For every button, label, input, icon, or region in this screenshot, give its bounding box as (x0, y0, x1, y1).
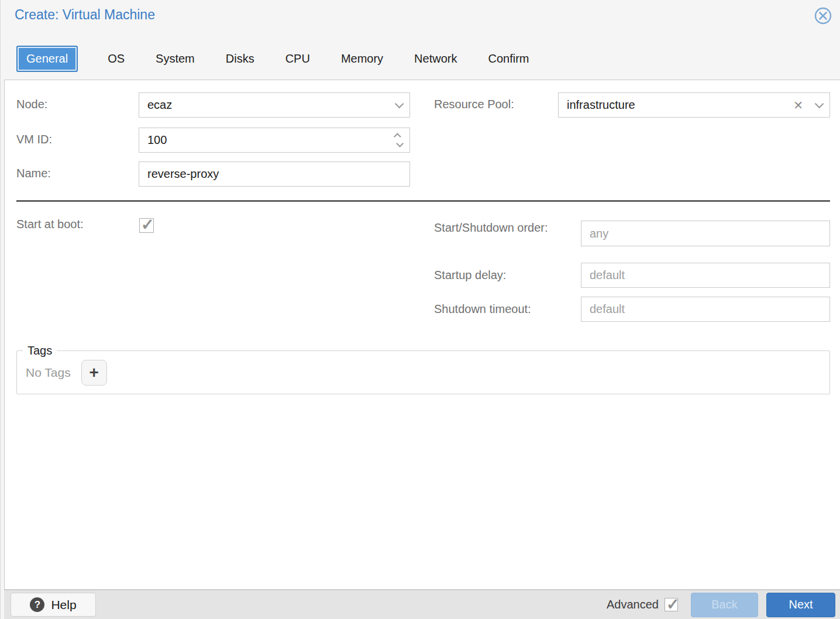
chevron-down-icon[interactable] (815, 99, 824, 109)
dialog-title: Create: Virtual Machine (15, 7, 155, 23)
shutdown-timeout-label: Shutdown timeout: (434, 302, 531, 316)
resource-pool-combobox[interactable]: infrastructure ✕ (558, 92, 830, 118)
advanced-checkbox[interactable] (665, 598, 678, 611)
vm-id-spinner-field[interactable]: 100 (139, 128, 410, 153)
question-mark-icon: ? (30, 597, 44, 612)
tab-memory[interactable]: Memory (340, 46, 384, 71)
name-input[interactable]: reverse-proxy (139, 161, 410, 187)
wizard-tabbar: General OS System Disks CPU Memory Netwo… (16, 46, 530, 72)
node-combobox[interactable]: ecaz (139, 92, 410, 118)
node-value: ecaz (147, 98, 395, 112)
startup-delay-placeholder: default (590, 269, 821, 282)
spinner-control (396, 133, 401, 147)
node-label: Node: (16, 98, 47, 111)
tab-network[interactable]: Network (413, 46, 458, 71)
footer-actions: Advanced Back Next (607, 593, 835, 617)
spinner-down-icon[interactable] (396, 140, 404, 147)
tags-fieldset: Tags No Tags + (16, 344, 830, 394)
shutdown-timeout-placeholder: default (590, 302, 821, 316)
resource-pool-label: Resource Pool: (434, 98, 514, 111)
startup-delay-input[interactable]: default (581, 263, 830, 288)
name-value: reverse-proxy (147, 167, 401, 181)
tab-general[interactable]: General (16, 46, 78, 72)
start-at-boot-label: Start at boot: (16, 218, 84, 231)
start-shutdown-order-input[interactable]: any (581, 221, 830, 246)
name-label: Name: (16, 167, 51, 180)
chevron-down-icon[interactable] (395, 99, 404, 109)
help-button[interactable]: ? Help (11, 593, 96, 617)
close-button[interactable] (814, 7, 832, 26)
start-at-boot-checkbox[interactable] (139, 218, 154, 233)
tab-confirm[interactable]: Confirm (487, 46, 530, 71)
tags-body: No Tags + (17, 357, 829, 386)
tab-os[interactable]: OS (106, 46, 126, 71)
section-divider (16, 200, 830, 202)
resource-pool-value: infrastructure (567, 98, 793, 112)
tab-system[interactable]: System (154, 46, 196, 71)
form-panel (4, 80, 840, 590)
shutdown-timeout-input[interactable]: default (581, 297, 830, 322)
back-button[interactable]: Back (691, 593, 758, 617)
start-shutdown-order-label: Start/Shutdown order: (434, 218, 560, 238)
close-icon (814, 7, 832, 25)
next-button[interactable]: Next (766, 593, 835, 617)
advanced-label: Advanced (607, 598, 659, 611)
tags-legend: Tags (23, 344, 57, 357)
start-shutdown-order-placeholder: any (590, 227, 821, 240)
vm-id-label: VM ID: (16, 133, 52, 146)
footer-toolbar: ? Help Advanced Back Next (4, 590, 840, 619)
tab-disks[interactable]: Disks (225, 46, 256, 71)
help-label: Help (51, 598, 76, 612)
create-vm-dialog: Create: Virtual Machine General OS Syste… (0, 0, 840, 619)
no-tags-text: No Tags (26, 366, 71, 380)
add-tag-button[interactable]: + (81, 360, 107, 386)
clear-icon[interactable]: ✕ (793, 98, 803, 112)
vm-id-value: 100 (147, 133, 396, 147)
startup-delay-label: Startup delay: (434, 269, 506, 282)
tab-cpu[interactable]: CPU (284, 46, 311, 71)
